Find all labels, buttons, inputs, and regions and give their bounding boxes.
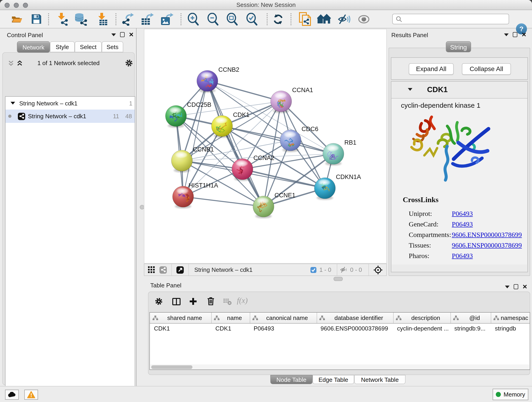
column-header-0[interactable]: shared name bbox=[150, 313, 211, 323]
titlebar: Session: New Session bbox=[0, 0, 532, 10]
column-header-1[interactable]: name bbox=[211, 313, 249, 323]
gear-icon[interactable] bbox=[155, 298, 163, 305]
grid-view-icon[interactable] bbox=[148, 266, 155, 273]
memory-button[interactable]: Memory bbox=[493, 389, 528, 400]
panel-menu-icon[interactable] bbox=[504, 33, 509, 36]
crosslink-value[interactable]: 9606.ENSP00000378699 bbox=[452, 230, 522, 240]
network-edge[interactable] bbox=[183, 197, 264, 206]
cell-namespac[interactable]: stringdb bbox=[495, 324, 529, 334]
import-network-from-database-button[interactable] bbox=[74, 10, 88, 28]
show-graphics-details-button[interactable] bbox=[357, 10, 370, 28]
cell-canonical name[interactable]: P06493 bbox=[254, 324, 315, 334]
collapse-section-icon[interactable] bbox=[408, 88, 412, 91]
network-node-CDKN1A[interactable]: CDKN1A bbox=[314, 173, 361, 200]
close-panel-icon[interactable]: ✕ bbox=[521, 32, 526, 37]
crosslink-value[interactable]: 9606.ENSP00000378699 bbox=[452, 240, 522, 251]
column-header-6[interactable]: namespac bbox=[491, 313, 530, 323]
cloud-button[interactable] bbox=[5, 390, 19, 400]
crosslink-label: Tissues: bbox=[409, 240, 451, 251]
cell-database identifier[interactable]: 9606.ENSP00000378699 bbox=[321, 324, 392, 334]
float-panel-icon[interactable] bbox=[514, 284, 518, 289]
zoom-selected-button[interactable] bbox=[246, 10, 259, 28]
network-node-CCNA1[interactable]: CCNA1 bbox=[271, 87, 313, 113]
cell-name[interactable]: CDK1 bbox=[215, 324, 248, 334]
network-node-CCNE1[interactable]: CCNE1 bbox=[253, 192, 296, 218]
tab-network-table[interactable]: Network Table bbox=[354, 375, 405, 384]
columns-icon[interactable] bbox=[172, 298, 181, 305]
panel-menu-icon[interactable] bbox=[505, 285, 510, 288]
float-panel-icon[interactable] bbox=[513, 32, 517, 37]
refresh-button[interactable] bbox=[272, 10, 285, 28]
crosslink-value[interactable]: P06493 bbox=[452, 209, 522, 219]
scrollbar-thumb[interactable] bbox=[151, 365, 192, 369]
zoom-in-button[interactable] bbox=[187, 10, 200, 28]
crosslink-value[interactable]: P06493 bbox=[452, 219, 522, 230]
cell-@id[interactable]: stringdb:9... bbox=[454, 324, 489, 334]
column-header-3[interactable]: database identifier bbox=[317, 313, 393, 323]
expand-all-button[interactable]: Expand All bbox=[409, 63, 454, 75]
gear-icon[interactable] bbox=[125, 59, 133, 67]
network-node-CDC25B[interactable]: CDC25B bbox=[165, 101, 211, 128]
search-input[interactable] bbox=[404, 15, 509, 23]
export-image-button[interactable] bbox=[160, 10, 174, 28]
crosslink-value[interactable]: P06493 bbox=[452, 251, 522, 261]
column-separator[interactable] bbox=[491, 313, 491, 323]
float-panel-icon[interactable] bbox=[120, 32, 125, 37]
hierarchy-icon bbox=[453, 315, 458, 320]
zoom-out-button[interactable] bbox=[207, 10, 220, 28]
horizontal-scrollbar[interactable] bbox=[150, 364, 529, 370]
save-session-button[interactable] bbox=[30, 10, 42, 28]
network-node-HIST1H1A[interactable]: HIST1H1A bbox=[172, 182, 218, 209]
tab-node-table[interactable]: Node Table bbox=[270, 375, 312, 384]
clone-network-button[interactable] bbox=[298, 10, 312, 28]
birds-eye-view-icon[interactable] bbox=[374, 265, 383, 274]
network-edge[interactable] bbox=[242, 169, 325, 188]
export-table-button[interactable] bbox=[140, 10, 154, 28]
table-header: shared namenamecanonical namedatabase id… bbox=[150, 313, 530, 324]
export-network-button[interactable] bbox=[120, 10, 134, 28]
column-header-4[interactable]: description bbox=[393, 313, 450, 323]
column-separator[interactable] bbox=[450, 313, 451, 323]
tab-select[interactable]: Select bbox=[75, 41, 102, 52]
node-section-header[interactable]: CDK1 bbox=[391, 82, 527, 99]
network-collection-row[interactable]: String Network – cdk1 1 bbox=[6, 97, 135, 109]
network-edge[interactable] bbox=[207, 81, 281, 101]
cell-shared name[interactable]: CDK1 bbox=[154, 324, 210, 334]
close-panel-icon[interactable]: ✕ bbox=[522, 284, 527, 289]
open-session-button[interactable] bbox=[11, 10, 23, 28]
tab-style[interactable]: Style bbox=[50, 41, 75, 52]
selected-checkbox-icon[interactable] bbox=[310, 267, 317, 273]
open-in-new-icon[interactable] bbox=[177, 266, 184, 274]
import-network-from-file-button[interactable] bbox=[56, 10, 69, 28]
tab-sets[interactable]: Sets bbox=[102, 41, 123, 52]
column-header-5[interactable]: @id bbox=[450, 313, 491, 323]
left-splitter-handle[interactable] bbox=[140, 205, 144, 210]
column-separator[interactable] bbox=[317, 313, 317, 323]
hide-graphics-details-button[interactable] bbox=[337, 10, 351, 28]
collapse-all-button[interactable]: Collapse All bbox=[462, 63, 511, 75]
network-row[interactable]: String Network – cdk1 11 48 bbox=[6, 109, 135, 123]
delete-column-icon[interactable] bbox=[207, 297, 215, 305]
panel-menu-icon[interactable] bbox=[111, 33, 116, 36]
column-separator[interactable] bbox=[393, 313, 393, 323]
warning-button[interactable] bbox=[24, 390, 38, 400]
network-canvas[interactable]: CCNB2CCNA1CDC25BCDK1CDC6RB1CCNB1CCNA2CDK… bbox=[144, 29, 387, 264]
network-node-CDK1[interactable]: CDK1 bbox=[211, 111, 249, 138]
column-header-2[interactable]: canonical name bbox=[249, 313, 317, 323]
zoom-fit-button[interactable] bbox=[226, 10, 239, 28]
network-node-RB1[interactable]: RB1 bbox=[323, 139, 356, 166]
import-table-from-file-button[interactable] bbox=[95, 10, 108, 28]
tab-network[interactable]: Network bbox=[17, 41, 50, 53]
close-panel-icon[interactable]: ✕ bbox=[129, 32, 134, 37]
download-arrow-icon bbox=[58, 13, 65, 20]
expand-collection-icon[interactable] bbox=[11, 102, 15, 104]
add-column-icon[interactable] bbox=[189, 298, 197, 305]
column-separator[interactable] bbox=[211, 313, 212, 323]
cell-description[interactable]: cyclin-dependent ... bbox=[397, 324, 449, 334]
search-field[interactable] bbox=[392, 14, 509, 24]
tab-string[interactable]: String bbox=[446, 41, 471, 52]
string-home-button[interactable] bbox=[317, 10, 332, 28]
share-view-icon[interactable] bbox=[159, 266, 167, 274]
tab-edge-table[interactable]: Edge Table bbox=[312, 375, 354, 384]
column-separator[interactable] bbox=[249, 313, 250, 323]
